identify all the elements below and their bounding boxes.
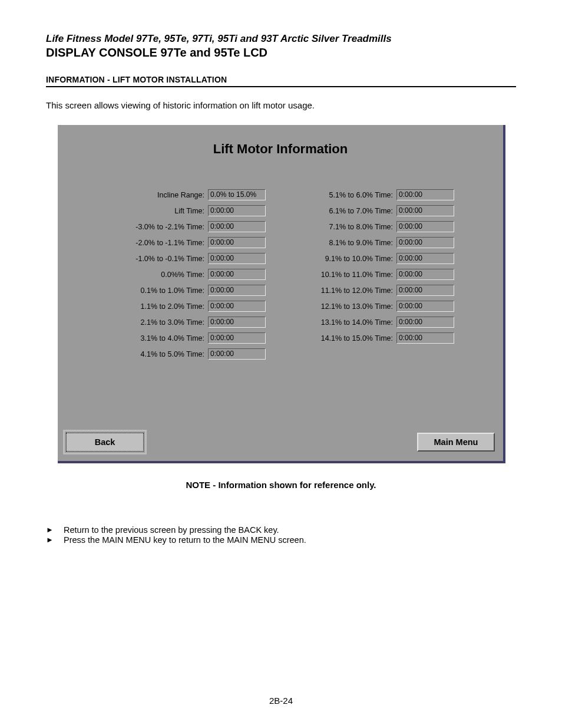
field-row: 11.1% to 12.0% Time:0:00:00 (282, 282, 500, 298)
field-label: 4.1% to 5.0% Time: (58, 350, 208, 358)
field-value-box: 0.0% to 15.0% (208, 189, 266, 200)
triangle-icon: ► (46, 525, 64, 535)
field-value-box: 0:00:00 (208, 285, 266, 296)
field-value-box: 0:00:00 (208, 348, 266, 360)
panel-shadow-wrap: Lift Motor Information Incline Range:0.0… (58, 125, 505, 463)
field-row: Lift Time:0:00:00 (58, 203, 282, 219)
field-row: -1.0% to -0.1% Time:0:00:00 (58, 251, 282, 266)
field-label: 6.1% to 7.0% Time: (282, 207, 396, 215)
instruction-row: ► Press the MAIN MENU key to return to t… (46, 535, 516, 545)
left-column: Incline Range:0.0% to 15.0%Lift Time:0:0… (58, 187, 282, 362)
field-row: 12.1% to 13.0% Time:0:00:00 (282, 298, 500, 314)
field-value-box: 0:00:00 (208, 301, 266, 312)
page-number: 2B-24 (0, 696, 562, 706)
field-row: -3.0% to -2.1% Time:0:00:00 (58, 219, 282, 235)
field-label: 0.1% to 1.0% Time: (58, 286, 208, 295)
field-label: 1.1% to 2.0% Time: (58, 302, 208, 311)
field-row: 2.1% to 3.0% Time:0:00:00 (58, 314, 282, 330)
triangle-icon: ► (46, 535, 64, 545)
field-row: 6.1% to 7.0% Time:0:00:00 (282, 203, 500, 219)
panel-title: Lift Motor Information (58, 125, 503, 157)
field-value-box: 0:00:00 (208, 269, 266, 280)
field-label: 12.1% to 13.0% Time: (282, 302, 396, 311)
note-text: NOTE - Information shown for reference o… (46, 480, 516, 490)
field-row: 1.1% to 2.0% Time:0:00:00 (58, 298, 282, 314)
field-value-box: 0:00:00 (208, 221, 266, 232)
field-label: 8.1% to 9.0% Time: (282, 239, 396, 247)
field-row: 5.1% to 6.0% Time:0:00:00 (282, 187, 500, 203)
field-label: -1.0% to -0.1% Time: (58, 255, 208, 263)
field-value-box: 0:00:00 (396, 301, 454, 312)
field-row: 9.1% to 10.0% Time:0:00:00 (282, 251, 500, 266)
field-label: 13.1% to 14.0% Time: (282, 318, 396, 327)
field-label: 10.1% to 11.0% Time: (282, 271, 396, 279)
instruction-text: Return to the previous screen by pressin… (64, 525, 279, 535)
intro-text: This screen allows viewing of historic i… (46, 100, 516, 110)
field-value-box: 0:00:00 (396, 221, 454, 232)
field-label: 14.1% to 15.0% Time: (282, 334, 396, 342)
field-value-box: 0:00:00 (396, 285, 454, 296)
field-value-box: 0:00:00 (208, 253, 266, 264)
field-value-box: 0:00:00 (208, 237, 266, 248)
lift-motor-panel: Lift Motor Information Incline Range:0.0… (58, 125, 503, 461)
field-row: 4.1% to 5.0% Time:0:00:00 (58, 346, 282, 362)
field-label: 11.1% to 12.0% Time: (282, 286, 396, 295)
field-value-box: 0:00:00 (396, 253, 454, 264)
field-row: 0.1% to 1.0% Time:0:00:00 (58, 282, 282, 298)
document-page: Life Fitness Model 97Te, 95Te, 97Ti, 95T… (0, 0, 562, 728)
field-label: -2.0% to -1.1% Time: (58, 239, 208, 247)
doc-title-line2: DISPLAY CONSOLE 97Te and 95Te LCD (46, 46, 516, 60)
field-label: 7.1% to 8.0% Time: (282, 223, 396, 231)
right-column: 5.1% to 6.0% Time:0:00:006.1% to 7.0% Ti… (282, 187, 500, 346)
instruction-row: ► Return to the previous screen by press… (46, 525, 516, 535)
field-row: 14.1% to 15.0% Time:0:00:00 (282, 330, 500, 346)
back-button[interactable]: Back (66, 433, 144, 452)
field-value-box: 0:00:00 (396, 189, 454, 200)
field-row: 13.1% to 14.0% Time:0:00:00 (282, 314, 500, 330)
instructions-block: ► Return to the previous screen by press… (46, 525, 516, 545)
field-row: -2.0% to -1.1% Time:0:00:00 (58, 235, 282, 251)
field-row: 0.0%% Time:0:00:00 (58, 266, 282, 282)
divider (46, 86, 516, 87)
field-row: 8.1% to 9.0% Time:0:00:00 (282, 235, 500, 251)
field-value-box: 0:00:00 (396, 205, 454, 216)
main-menu-button[interactable]: Main Menu (417, 433, 495, 452)
field-label: 2.1% to 3.0% Time: (58, 318, 208, 327)
field-label: 9.1% to 10.0% Time: (282, 255, 396, 263)
field-label: -3.0% to -2.1% Time: (58, 223, 208, 231)
field-value-box: 0:00:00 (208, 332, 266, 344)
section-heading: INFORMATION - LIFT MOTOR INSTALLATION (46, 75, 516, 84)
field-value-box: 0:00:00 (208, 317, 266, 328)
instruction-text: Press the MAIN MENU key to return to the… (64, 535, 306, 545)
field-value-box: 0:00:00 (396, 269, 454, 280)
field-value-box: 0:00:00 (208, 205, 266, 216)
field-row: 7.1% to 8.0% Time:0:00:00 (282, 219, 500, 235)
field-label: 3.1% to 4.0% Time: (58, 334, 208, 342)
field-value-box: 0:00:00 (396, 332, 454, 344)
field-label: Lift Time: (58, 207, 208, 215)
field-value-box: 0:00:00 (396, 317, 454, 328)
field-value-box: 0:00:00 (396, 237, 454, 248)
field-label: 5.1% to 6.0% Time: (282, 191, 396, 199)
field-row: Incline Range:0.0% to 15.0% (58, 187, 282, 203)
field-label: Incline Range: (58, 191, 208, 199)
field-label: 0.0%% Time: (58, 271, 208, 279)
doc-title-line1: Life Fitness Model 97Te, 95Te, 97Ti, 95T… (46, 33, 516, 45)
field-row: 3.1% to 4.0% Time:0:00:00 (58, 330, 282, 346)
field-row: 10.1% to 11.0% Time:0:00:00 (282, 266, 500, 282)
